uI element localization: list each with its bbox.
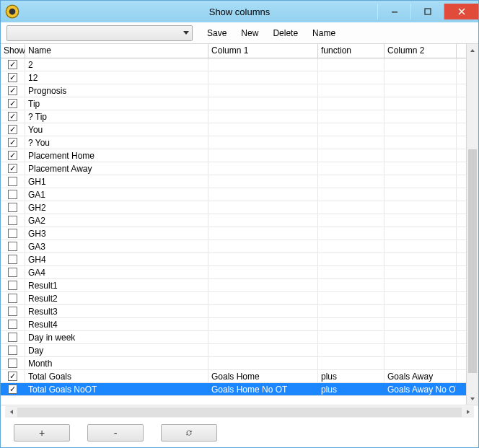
name-cell[interactable]: GA3	[25, 240, 208, 252]
column1-cell[interactable]	[208, 175, 318, 188]
function-cell[interactable]	[318, 266, 384, 278]
column2-cell[interactable]	[384, 162, 457, 175]
new-button[interactable]: New	[241, 28, 258, 38]
table-row[interactable]: Placement Away	[1, 162, 466, 175]
column1-cell[interactable]	[208, 279, 318, 291]
columns-grid[interactable]: Show Name Column 1 function Column 2 212…	[1, 44, 466, 405]
name-cell[interactable]: Placement Away	[25, 162, 208, 175]
function-cell[interactable]	[318, 227, 384, 240]
column2-cell[interactable]	[384, 136, 457, 149]
function-cell[interactable]	[318, 188, 384, 201]
header-show[interactable]: Show	[1, 44, 25, 58]
name-cell[interactable]: Result4	[25, 318, 208, 330]
column1-cell[interactable]	[208, 162, 318, 175]
table-row[interactable]: GH2	[1, 201, 466, 214]
show-checkbox[interactable]	[8, 203, 17, 212]
name-cell[interactable]: ? You	[25, 136, 208, 149]
column2-cell[interactable]	[384, 305, 457, 317]
table-row[interactable]: GA1	[1, 188, 466, 201]
column2-cell[interactable]	[384, 110, 457, 123]
column2-cell[interactable]	[384, 240, 457, 252]
column2-cell[interactable]	[384, 123, 457, 136]
show-checkbox[interactable]	[8, 99, 17, 108]
table-row[interactable]: Day	[1, 344, 466, 357]
table-row[interactable]: Total GoalsGoals HomeplusGoals Away	[1, 370, 466, 383]
scroll-right-icon[interactable]	[462, 406, 474, 418]
show-checkbox[interactable]	[8, 151, 17, 160]
column1-cell[interactable]: Goals Home No OT	[208, 383, 318, 395]
scroll-up-icon[interactable]	[467, 44, 478, 56]
show-checkbox[interactable]	[8, 320, 17, 329]
table-row[interactable]: Result1	[1, 279, 466, 292]
name-cell[interactable]: Day in week	[25, 331, 208, 343]
column2-cell[interactable]	[384, 201, 457, 214]
table-row[interactable]: Result3	[1, 305, 466, 318]
show-checkbox[interactable]	[8, 86, 17, 95]
show-checkbox[interactable]	[8, 216, 17, 225]
column2-cell[interactable]	[384, 175, 457, 188]
name-cell[interactable]: GA4	[25, 266, 208, 278]
hscroll-thumb[interactable]	[17, 408, 462, 417]
column1-cell[interactable]	[208, 214, 318, 227]
column1-cell[interactable]	[208, 292, 318, 304]
column1-cell[interactable]	[208, 227, 318, 240]
function-cell[interactable]	[318, 162, 384, 175]
show-checkbox[interactable]	[8, 255, 17, 264]
show-checkbox[interactable]	[8, 177, 17, 186]
column1-cell[interactable]	[208, 357, 318, 369]
column2-cell[interactable]	[384, 266, 457, 278]
name-cell[interactable]: GH2	[25, 201, 208, 214]
function-cell[interactable]	[318, 279, 384, 291]
function-cell[interactable]	[318, 84, 384, 97]
show-checkbox[interactable]	[8, 112, 17, 121]
function-cell[interactable]	[318, 71, 384, 84]
show-checkbox[interactable]	[8, 346, 17, 355]
show-checkbox[interactable]	[8, 60, 17, 69]
name-button[interactable]: Name	[312, 28, 335, 38]
table-row[interactable]: GA2	[1, 214, 466, 227]
scroll-down-icon[interactable]	[467, 392, 478, 405]
show-checkbox[interactable]	[8, 229, 17, 238]
table-row[interactable]: You	[1, 123, 466, 136]
header-column1[interactable]: Column 1	[208, 44, 318, 58]
maximize-button[interactable]	[410, 4, 444, 19]
save-button[interactable]: Save	[207, 28, 227, 38]
column2-cell[interactable]	[384, 253, 457, 265]
column1-cell[interactable]	[208, 123, 318, 136]
function-cell[interactable]	[318, 136, 384, 149]
column2-cell[interactable]	[384, 331, 457, 343]
name-cell[interactable]: GA2	[25, 214, 208, 227]
table-row[interactable]: Tip	[1, 97, 466, 110]
column1-cell[interactable]	[208, 331, 318, 343]
close-button[interactable]	[444, 4, 478, 19]
function-cell[interactable]	[318, 201, 384, 214]
show-checkbox[interactable]	[8, 73, 17, 82]
name-cell[interactable]: Result2	[25, 292, 208, 304]
function-cell[interactable]	[318, 175, 384, 188]
show-checkbox[interactable]	[8, 190, 17, 199]
function-cell[interactable]	[318, 214, 384, 227]
function-cell[interactable]	[318, 318, 384, 330]
function-cell[interactable]	[318, 344, 384, 356]
name-cell[interactable]: GH1	[25, 175, 208, 188]
name-cell[interactable]: GH4	[25, 253, 208, 265]
name-cell[interactable]: Total Goals	[25, 370, 208, 382]
name-cell[interactable]: You	[25, 123, 208, 136]
function-cell[interactable]	[318, 240, 384, 252]
table-row[interactable]: GH1	[1, 175, 466, 188]
function-cell[interactable]: plus	[318, 370, 384, 382]
show-checkbox[interactable]	[8, 359, 17, 368]
table-row[interactable]: Result4	[1, 318, 466, 331]
column1-cell[interactable]	[208, 58, 318, 71]
column2-cell[interactable]	[384, 97, 457, 110]
remove-button[interactable]: -	[87, 424, 144, 442]
show-checkbox[interactable]	[8, 164, 17, 173]
name-cell[interactable]: Month	[25, 357, 208, 369]
name-cell[interactable]: Day	[25, 344, 208, 356]
name-cell[interactable]: 2	[25, 58, 208, 71]
refresh-button[interactable]	[161, 424, 217, 442]
name-cell[interactable]: ? Tip	[25, 110, 208, 123]
function-cell[interactable]	[318, 331, 384, 343]
name-cell[interactable]: Result3	[25, 305, 208, 317]
column1-cell[interactable]: Goals Home	[208, 370, 318, 382]
